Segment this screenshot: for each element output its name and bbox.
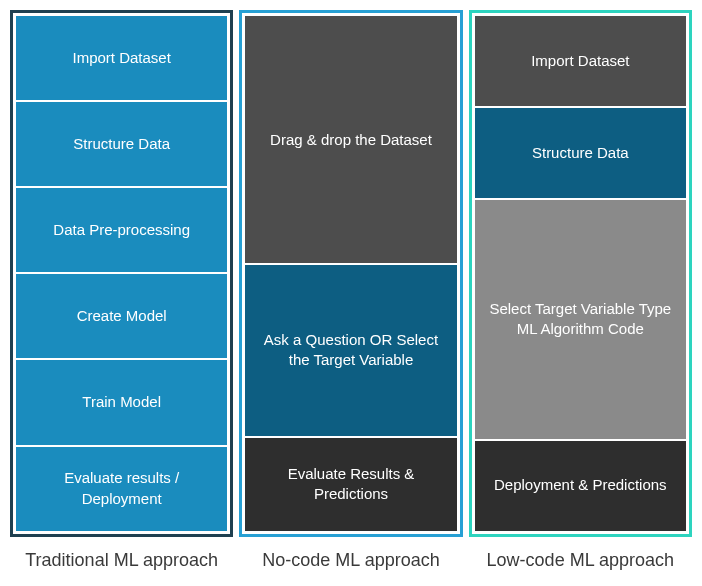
label-traditional-ml: Traditional ML approach (10, 537, 233, 576)
column-lowcode-boxes: Import Dataset Structure Data Select Tar… (469, 10, 692, 537)
column-traditional-ml: Import Dataset Structure Data Data Pre-p… (10, 10, 233, 576)
label-lowcode-ml: Low-code ML approach (469, 537, 692, 576)
box-ask-question-select-target: Ask a Question OR Select the Target Vari… (245, 265, 456, 435)
column-traditional-boxes: Import Dataset Structure Data Data Pre-p… (10, 10, 233, 537)
column-nocode-ml: Drag & drop the Dataset Ask a Question O… (239, 10, 462, 576)
box-deployment-predictions: Deployment & Predictions (475, 441, 686, 531)
label-nocode-ml: No-code ML approach (239, 537, 462, 576)
box-structure-data: Structure Data (16, 102, 227, 186)
column-nocode-boxes: Drag & drop the Dataset Ask a Question O… (239, 10, 462, 537)
box-drag-drop-dataset: Drag & drop the Dataset (245, 16, 456, 263)
box-import-dataset: Import Dataset (16, 16, 227, 100)
ml-approach-diagram: Import Dataset Structure Data Data Pre-p… (10, 10, 692, 576)
box-train-model: Train Model (16, 360, 227, 444)
box-lowcode-import-dataset: Import Dataset (475, 16, 686, 106)
box-select-target-algorithm: Select Target Variable Type ML Algorithm… (475, 200, 686, 438)
box-evaluate-predictions: Evaluate Results & Predictions (245, 438, 456, 531)
box-create-model: Create Model (16, 274, 227, 358)
column-lowcode-ml: Import Dataset Structure Data Select Tar… (469, 10, 692, 576)
box-data-preprocessing: Data Pre-processing (16, 188, 227, 272)
box-evaluate-deploy: Evaluate results / Deployment (16, 447, 227, 531)
box-lowcode-structure-data: Structure Data (475, 108, 686, 198)
